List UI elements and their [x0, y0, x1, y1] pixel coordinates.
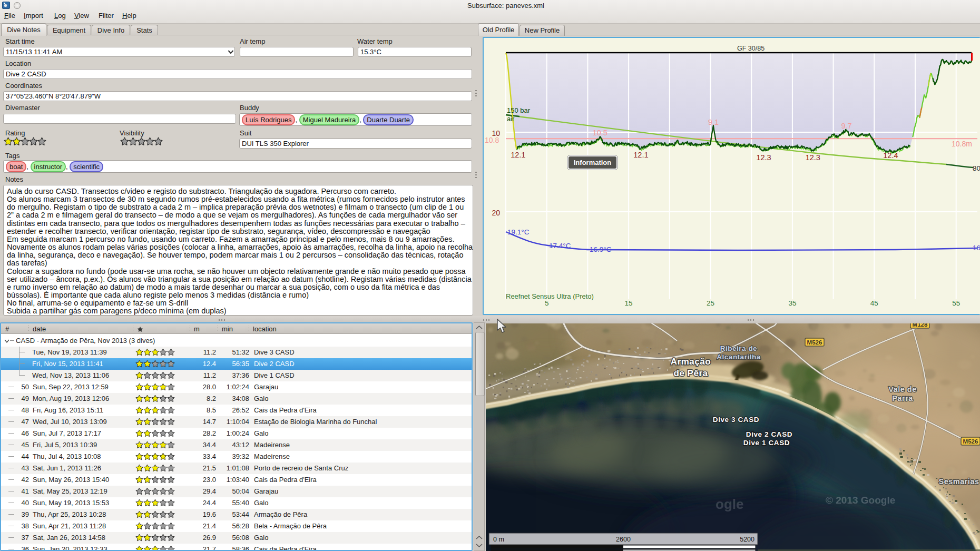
svg-text:19.1°C: 19.1°C — [507, 228, 530, 236]
svg-text:16.9°C: 16.9°C — [590, 245, 612, 253]
svg-text:5: 5 — [545, 299, 549, 307]
svg-text:ogle: ogle — [716, 496, 743, 512]
svg-text:M526: M526 — [807, 339, 822, 346]
svg-text:12.3: 12.3 — [756, 153, 771, 162]
svg-text:5200: 5200 — [740, 536, 754, 543]
svg-text:de Pêra: de Pêra — [674, 368, 708, 378]
svg-text:Reefnet Sensus Ultra (Preto): Reefnet Sensus Ultra (Preto) — [506, 292, 594, 300]
svg-text:© 2013 Google: © 2013 Google — [826, 495, 895, 506]
svg-text:Sesmarias: Sesmarias — [938, 477, 979, 486]
svg-text:M526: M526 — [963, 438, 978, 445]
svg-text:Armação: Armação — [671, 357, 711, 367]
svg-text:12.1: 12.1 — [511, 151, 525, 159]
svg-text:Vale de: Vale de — [888, 385, 916, 393]
svg-text:12.1: 12.1 — [633, 151, 648, 159]
svg-text:9.7: 9.7 — [841, 122, 851, 130]
svg-text:10.8: 10.8 — [485, 136, 499, 144]
svg-text:15: 15 — [625, 299, 633, 307]
svg-text:0 m: 0 m — [493, 536, 504, 543]
svg-text:25: 25 — [707, 299, 714, 307]
svg-text:10.5: 10.5 — [593, 129, 607, 137]
svg-text:Dive 2 CASD: Dive 2 CASD — [746, 430, 792, 438]
svg-text:12.3: 12.3 — [806, 153, 820, 162]
svg-text:16: 16 — [973, 244, 980, 252]
svg-text:12.4: 12.4 — [883, 151, 898, 160]
svg-text:Dive 1 CASD: Dive 1 CASD — [743, 439, 790, 447]
svg-text:55: 55 — [952, 299, 960, 307]
svg-text:45: 45 — [870, 299, 878, 307]
svg-text:80: 80 — [973, 164, 980, 172]
svg-text:air: air — [507, 115, 515, 123]
svg-text:150 bar: 150 bar — [507, 106, 531, 114]
svg-text:Ribeira de: Ribeira de — [720, 345, 757, 352]
svg-text:M128: M128 — [913, 323, 928, 328]
svg-text:Alcantarilha: Alcantarilha — [717, 353, 760, 361]
svg-text:10.8m: 10.8m — [952, 140, 972, 148]
svg-text:17.4°C: 17.4°C — [549, 242, 571, 250]
svg-text:GF 30/85: GF 30/85 — [737, 45, 765, 52]
svg-text:35: 35 — [788, 299, 796, 307]
svg-text:2600: 2600 — [616, 536, 631, 543]
svg-text:20: 20 — [492, 209, 500, 217]
svg-text:Parra: Parra — [892, 394, 913, 402]
svg-text:Dive 3 CASD: Dive 3 CASD — [713, 416, 759, 424]
svg-text:9.1: 9.1 — [708, 118, 719, 126]
